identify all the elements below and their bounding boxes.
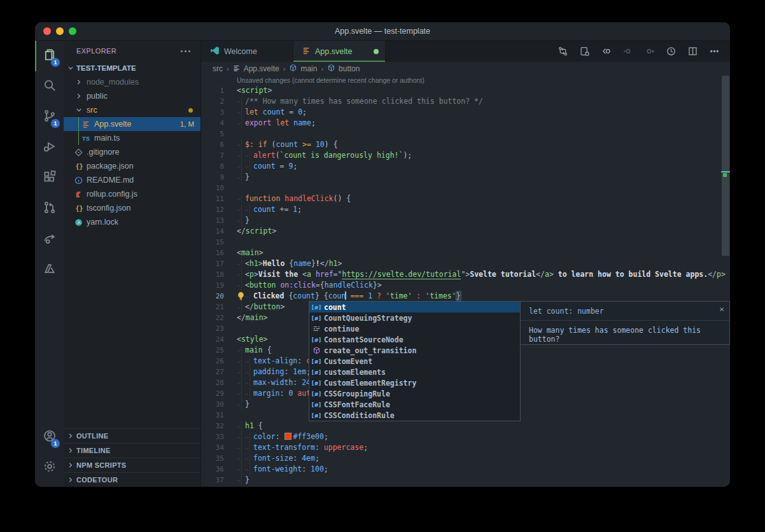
code-line: 11→function handleClick() { bbox=[201, 193, 730, 204]
suggestion-item[interactable]: [ø]customElements bbox=[309, 367, 520, 377]
code-line: 10 bbox=[201, 183, 730, 193]
line-number: 30 bbox=[201, 399, 224, 410]
suggestion-label: create_out_transition bbox=[324, 346, 416, 355]
previous-change-icon[interactable] bbox=[601, 46, 612, 57]
file-tree-item[interactable]: .gitignore bbox=[64, 145, 200, 159]
sidebar-title: EXPLORER bbox=[76, 47, 179, 55]
line-number: 14 bbox=[201, 226, 224, 237]
window-title: App.svelte — test-template bbox=[335, 27, 430, 36]
code-line: 36→→font-weight: 100; bbox=[201, 464, 730, 475]
suggestion-item[interactable]: [ø]CustomEvent bbox=[309, 356, 520, 367]
code-line: 6→$: if (count >= 10) { bbox=[201, 139, 730, 150]
file-tree-item[interactable]: node_modules bbox=[64, 75, 200, 89]
accounts-badge: 1 bbox=[51, 439, 60, 448]
file-tree-item[interactable]: src bbox=[64, 103, 200, 117]
suggestion-label: CSSGroupingRule bbox=[324, 389, 390, 398]
file-name: package.json bbox=[87, 162, 200, 171]
activity-source-control[interactable]: 1 bbox=[35, 102, 64, 132]
sidebar-section-npm-scripts[interactable]: NPM SCRIPTS bbox=[64, 458, 200, 472]
timeline-clock-icon[interactable] bbox=[666, 46, 677, 57]
activity-explorer[interactable]: 1 bbox=[35, 41, 64, 71]
suggestion-details-panel: let count: number How many times has som… bbox=[520, 301, 730, 345]
active-indent-guide bbox=[78, 131, 79, 145]
compare-changes-icon[interactable] bbox=[558, 46, 568, 57]
file-name: tsconfig.json bbox=[87, 204, 200, 213]
sidebar-section-timeline[interactable]: TIMELINE bbox=[64, 443, 200, 458]
code-line: 32→h1 { bbox=[201, 421, 730, 431]
code-editor[interactable]: Unsaved changes (cannot determine recent… bbox=[201, 76, 730, 487]
suggestion-item[interactable]: [ø]ConstantSourceNode bbox=[309, 334, 520, 345]
breadcrumb-src[interactable]: src bbox=[213, 64, 223, 73]
more-actions-icon[interactable] bbox=[179, 48, 192, 55]
suggestion-item[interactable]: [ø]CSSConditionRule bbox=[309, 410, 520, 421]
tab-welcome[interactable]: Welcome bbox=[201, 41, 293, 62]
split-editor-icon[interactable] bbox=[687, 46, 698, 57]
line-number: 4 bbox=[201, 118, 224, 129]
file-tree-item[interactable]: App.svelte1, M bbox=[64, 117, 200, 131]
activity-live-share[interactable] bbox=[35, 224, 64, 255]
line-number: 1 bbox=[201, 85, 224, 96]
file-tree-item[interactable]: README.md bbox=[64, 173, 200, 187]
yarn-file-icon bbox=[74, 218, 83, 227]
scrollbar-thumb[interactable] bbox=[722, 76, 729, 256]
file-tree-item[interactable]: TSmain.ts bbox=[64, 131, 200, 145]
autocomplete-popup: [ø]count[ø]CountQueuingStrategycontinue[… bbox=[309, 301, 521, 421]
suggestion-item[interactable]: [ø]CustomElementRegistry bbox=[309, 377, 520, 388]
suggestion-item[interactable]: create_out_transition bbox=[309, 345, 520, 356]
vscode-logo-icon bbox=[210, 46, 220, 57]
run-debug-icon bbox=[43, 139, 57, 156]
breadcrumb-button[interactable]: button bbox=[327, 64, 360, 74]
symbol-module-icon bbox=[312, 346, 321, 354]
file-tree: node_modulespublicsrcApp.svelte1, MTSmai… bbox=[64, 75, 200, 229]
file-tree-item[interactable]: public bbox=[64, 89, 200, 103]
svg-text:TS: TS bbox=[82, 136, 90, 142]
next-change-disabled-icon[interactable] bbox=[644, 46, 655, 57]
minimize-window-button[interactable] bbox=[56, 27, 64, 35]
code-line: 14</script> bbox=[201, 226, 730, 237]
suggestion-description: How many times has someone clicked this … bbox=[521, 321, 729, 349]
project-root-row[interactable]: TEST-TEMPLATE bbox=[64, 61, 200, 75]
suggestion-item[interactable]: [ø]CSSGroupingRule bbox=[309, 388, 520, 399]
file-tree-item[interactable]: {}tsconfig.json bbox=[64, 201, 200, 215]
file-tree-item[interactable]: yarn.lock bbox=[64, 215, 200, 229]
more-actions-icon[interactable] bbox=[709, 46, 720, 57]
settings-button[interactable] bbox=[35, 452, 64, 483]
sidebar-section-outline[interactable]: OUTLINE bbox=[64, 428, 200, 443]
activity-extensions[interactable] bbox=[35, 163, 64, 193]
line-number: 26 bbox=[201, 356, 224, 367]
activity-search[interactable] bbox=[35, 71, 64, 102]
line-number: 36 bbox=[201, 464, 224, 475]
line-number: 23 bbox=[201, 323, 224, 334]
accounts-button[interactable]: 1 bbox=[35, 422, 64, 452]
chevron-right-icon bbox=[74, 78, 83, 87]
tab-app-svelte[interactable]: App.svelte bbox=[293, 41, 386, 62]
symbol-variable-icon: [ø] bbox=[311, 401, 321, 408]
activity-azure[interactable] bbox=[35, 255, 64, 285]
previous-change-disabled-icon[interactable] bbox=[622, 46, 633, 57]
symbol-variable-icon: [ø] bbox=[311, 304, 321, 311]
file-tree-item[interactable]: {}package.json bbox=[64, 159, 200, 173]
editor-scrollbar[interactable] bbox=[721, 76, 730, 487]
breadcrumb-main[interactable]: main bbox=[289, 64, 317, 74]
suggestion-item[interactable]: [ø]CountQueuingStrategy bbox=[309, 312, 520, 323]
source-control-badge: 1 bbox=[51, 119, 60, 128]
zoom-window-button[interactable] bbox=[69, 27, 76, 35]
symbol-variable-icon: [ø] bbox=[311, 336, 321, 343]
suggestion-item[interactable]: [ø]CSSFontFaceRule bbox=[309, 399, 520, 410]
line-number: 28 bbox=[201, 377, 224, 388]
file-tree-item[interactable]: rollup.config.js bbox=[64, 187, 200, 201]
sidebar-section-codetour[interactable]: CODETOUR bbox=[64, 472, 200, 487]
activity-github-pr[interactable] bbox=[35, 193, 64, 224]
search-icon bbox=[43, 78, 57, 95]
suggestion-item[interactable]: [ø]count bbox=[309, 302, 520, 312]
braces-file-icon: {} bbox=[74, 162, 83, 171]
close-window-button[interactable] bbox=[43, 27, 51, 35]
activity-run-debug[interactable] bbox=[35, 132, 64, 163]
lightbulb-icon[interactable] bbox=[237, 291, 245, 304]
line-number: 24 bbox=[201, 334, 224, 345]
breadcrumb-app-svelte[interactable]: App.svelte bbox=[233, 64, 279, 74]
open-changes-icon[interactable] bbox=[579, 46, 590, 57]
close-icon[interactable]: × bbox=[719, 304, 724, 314]
suggestion-item[interactable]: continue bbox=[309, 323, 520, 334]
overview-ruler-modified-marker bbox=[723, 173, 727, 177]
